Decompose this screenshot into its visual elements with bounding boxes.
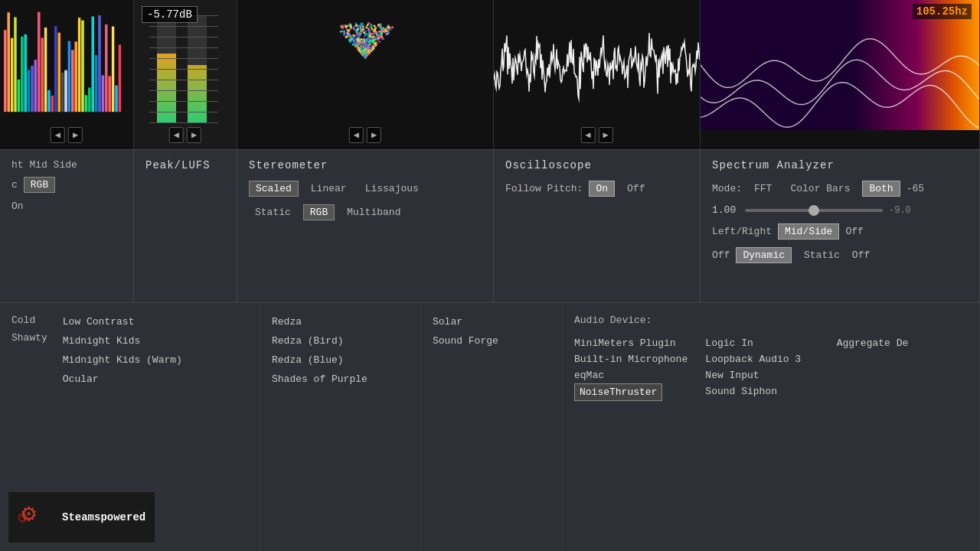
audio-eqmac[interactable]: eqMac [574, 367, 694, 383]
stereo-lissajous-btn[interactable]: Lissajous [359, 181, 425, 196]
audio-builtin-mic[interactable]: Built-in Microphone [574, 351, 694, 367]
left-on-label: On [11, 201, 24, 212]
steam-icon-container: ⚙ ⚙ [18, 498, 56, 536]
stereo-rgb-btn[interactable]: RGB [303, 204, 335, 220]
preset-shades-purple[interactable]: Shades of Purple [272, 372, 409, 386]
audio-logic-in[interactable]: Logic In [705, 335, 825, 351]
audio-device-title: Audio Device: [574, 315, 968, 326]
db-label: -5.77dB [142, 6, 198, 23]
vis-peak-panel: -5.77dB ◀ ▶ [134, 0, 237, 149]
ctrl-osc-panel: Oscilloscope Follow Pitch: On Off [494, 150, 701, 302]
ctrl-peak-panel: Peak/LUFS [134, 150, 237, 302]
audio-noisethruster[interactable]: NoiseThruster [574, 383, 662, 401]
theme-midnight-kids[interactable]: Midnight Kids [63, 334, 182, 348]
analyzer-canvas [701, 0, 980, 130]
solar-col: Solar Sound Forge [421, 303, 563, 551]
analyzer-mode-label: Mode: [712, 183, 742, 194]
stereo-nav: ◀ ▶ [349, 127, 381, 143]
analyzer-off2: Off [852, 249, 870, 261]
spectrum-prev[interactable]: ◀ [51, 127, 65, 143]
stereo-static-row: Static RGB Multiband [249, 204, 482, 220]
ctrl-stereo-panel: Stereometer Scaled Linear Lissajous Stat… [237, 150, 494, 302]
audio-device-layout: MiniMeters Plugin Built-in Microphone eq… [574, 335, 968, 401]
theme-list: Low Contrast Midnight Kids Midnight Kids… [63, 315, 182, 386]
analyzer-db-right: -65 [906, 183, 924, 194]
preset-redza-blue[interactable]: Redza (Blue) [272, 353, 409, 367]
stereo-linear-btn[interactable]: Linear [305, 181, 353, 196]
analyzer-off-left: Off [712, 249, 730, 261]
left-rgb-btn[interactable]: RGB [24, 177, 55, 193]
audio-col-1: MiniMeters Plugin Built-in Microphone eq… [574, 335, 705, 401]
analyzer-colorbars-btn[interactable]: Color Bars [784, 181, 856, 196]
theme-ocular[interactable]: Ocular [63, 372, 182, 386]
shawty-label: Shawty [11, 332, 47, 344]
osc-off-btn[interactable]: Off [621, 181, 651, 196]
audio-new-input[interactable]: New Input [705, 367, 825, 383]
peak-prev[interactable]: ◀ [169, 127, 184, 143]
freq-label: 105.25hz [913, 4, 972, 19]
gear-icon-front: ⚙ [21, 498, 36, 529]
osc-prev[interactable]: ◀ [580, 127, 595, 143]
left-label-midside: ht Mid Side [11, 159, 122, 171]
audio-col-3: Aggregate De [837, 335, 968, 401]
analyzer-dynamic-btn[interactable]: Dynamic [736, 247, 792, 263]
analyzer-midside-btn[interactable]: Mid/Side [778, 223, 839, 240]
peak-nav: ◀ ▶ [169, 127, 201, 143]
left-c-label: c [11, 179, 18, 191]
analyzer-title: Spectrum Analyzer [712, 159, 968, 171]
theme-midnight-warm[interactable]: Midnight Kids (Warm) [63, 353, 182, 367]
cold-label: Cold [11, 315, 47, 326]
audio-device-col: Audio Device: MiniMeters Plugin Built-in… [563, 303, 980, 551]
vis-spectrum-panel: ◀ ▶ [0, 0, 134, 149]
analyzer-slider-val: 1.00 [712, 204, 739, 216]
left-on-row: On [11, 201, 122, 212]
steam-label: Steamspowered [62, 511, 145, 523]
theme-low-contrast[interactable]: Low Contrast [63, 315, 182, 329]
analyzer-db-right2: -9.0 [889, 205, 911, 216]
left-rgb-row: c RGB [11, 177, 122, 193]
left-labels: Cold Shawty [11, 315, 47, 386]
presets-list: Redza Redza (Bird) Redza (Blue) Shades o… [272, 315, 409, 386]
stereo-canvas [237, 0, 494, 130]
stereo-static-btn[interactable]: Static [249, 205, 297, 220]
osc-next[interactable]: ▶ [599, 127, 613, 143]
osc-pitch-label: Follow Pitch: [505, 183, 583, 194]
audio-aggregate[interactable]: Aggregate De [837, 335, 956, 351]
stereo-scaled-btn[interactable]: Scaled [249, 181, 299, 197]
spectrum-nav: ◀ ▶ [51, 127, 83, 143]
stereo-next[interactable]: ▶ [367, 127, 381, 143]
controls-row: ht Mid Side c RGB On Peak/LUFS Stereomet… [0, 149, 980, 302]
solar-item[interactable]: Solar [433, 315, 550, 329]
analyzer-slider[interactable] [745, 209, 883, 212]
analyzer-both-btn[interactable]: Both [862, 181, 900, 197]
visualizer-row: ◀ ▶ -5.77dB ◀ ▶ ◀ ▶ ◀ ▶ 105.25hz [0, 0, 980, 149]
steam-overlay[interactable]: ⚙ ⚙ Steamspowered [8, 491, 155, 543]
analyzer-off-right: Off [845, 226, 863, 237]
vis-stereo-panel: ◀ ▶ [237, 0, 494, 149]
osc-pitch-row: Follow Pitch: On Off [505, 181, 688, 197]
stereo-prev[interactable]: ◀ [349, 127, 364, 143]
presets-col: Redza Redza (Bird) Redza (Blue) Shades o… [260, 303, 421, 551]
stereo-title: Stereometer [249, 159, 482, 171]
stereo-mode-row: Scaled Linear Lissajous [249, 181, 482, 197]
analyzer-slider-row: 1.00 -9.0 [712, 204, 968, 216]
ctrl-analyzer-panel: Spectrum Analyzer Mode: FFT Color Bars B… [701, 150, 980, 302]
peak-title: Peak/LUFS [145, 159, 225, 171]
osc-on-btn[interactable]: On [589, 181, 615, 197]
sound-forge-item[interactable]: Sound Forge [433, 334, 550, 348]
preset-redza[interactable]: Redza [272, 315, 409, 329]
audio-minimeters[interactable]: MiniMeters Plugin [574, 335, 694, 351]
spectrum-next[interactable]: ▶ [68, 127, 83, 143]
stereo-multiband-btn[interactable]: Multiband [341, 205, 407, 220]
analyzer-mode-row: Mode: FFT Color Bars Both -65 [712, 181, 968, 197]
analyzer-dynamic-row: Off Dynamic Static Off [712, 247, 968, 263]
audio-col-2: Logic In Loopback Audio 3 New Input Soun… [705, 335, 836, 401]
audio-loopback[interactable]: Loopback Audio 3 [705, 351, 825, 367]
audio-sound-siphon[interactable]: Sound Siphon [705, 383, 825, 399]
preset-redza-bird[interactable]: Redza (Bird) [272, 334, 409, 348]
analyzer-lr-label: Left/Right [712, 226, 772, 237]
osc-nav: ◀ ▶ [580, 127, 612, 143]
analyzer-static-btn[interactable]: Static [798, 248, 846, 262]
analyzer-fft-btn[interactable]: FFT [748, 181, 778, 196]
peak-next[interactable]: ▶ [187, 127, 201, 143]
